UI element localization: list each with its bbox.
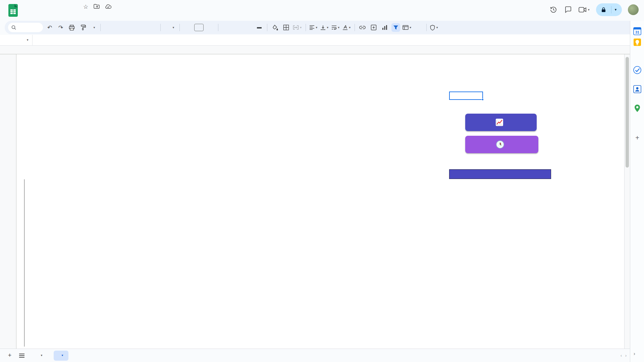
toolbar: ↶ ↷ ▼ ▼ ▼ ▼ ▼ ▼ ▼ ▼ xyxy=(5,21,639,34)
star-icon[interactable]: ☆ xyxy=(83,3,88,10)
tab-danh-sach-cong-viec[interactable]: ▼ xyxy=(54,351,68,361)
scrollbar-thumb[interactable] xyxy=(626,57,629,168)
font-size-input[interactable] xyxy=(194,24,204,31)
tab-setup-cong-viec[interactable]: ▼ xyxy=(33,351,48,361)
vertical-scrollbar[interactable] xyxy=(624,54,630,349)
get-add-ons-icon[interactable]: + xyxy=(633,133,642,142)
formula-input[interactable] xyxy=(32,35,630,45)
text-wrap-icon[interactable]: ▼ xyxy=(331,23,340,32)
keep-icon[interactable] xyxy=(633,38,642,47)
font-family-select[interactable]: ▼ xyxy=(164,26,176,29)
table-filter-row xyxy=(24,196,624,204)
tasks-icon[interactable] xyxy=(633,66,642,74)
comments-icon[interactable] xyxy=(564,5,573,14)
decrease-font-size-icon[interactable] xyxy=(183,23,192,32)
fill-handle[interactable] xyxy=(482,99,484,101)
view-schedule-button[interactable] xyxy=(465,136,538,153)
google-sheets-app: ☆ ▼ ▼ ↶ ↷ ▼ xyxy=(0,0,644,362)
table-header-row xyxy=(24,179,624,196)
share-button[interactable]: ▼ xyxy=(596,3,622,16)
undo-icon[interactable]: ↶ xyxy=(45,23,54,32)
scroll-tabs-left-icon[interactable]: ‹ xyxy=(621,353,622,358)
increase-decimal-icon[interactable] xyxy=(137,23,146,32)
strikethrough-icon[interactable] xyxy=(244,23,253,32)
menus-search-input[interactable] xyxy=(8,23,43,32)
sheet-canvas: ▲▼ xyxy=(0,54,624,349)
version-history-icon[interactable] xyxy=(549,5,558,14)
vertical-align-icon[interactable]: ▼ xyxy=(320,23,329,32)
merge-cells-icon[interactable]: ▼ xyxy=(293,23,302,32)
redo-icon[interactable]: ↷ xyxy=(56,23,65,32)
decrease-decimal-icon[interactable] xyxy=(126,23,135,32)
all-sheets-icon[interactable] xyxy=(17,351,27,361)
maps-icon[interactable] xyxy=(633,104,642,113)
italic-icon[interactable] xyxy=(233,23,241,32)
print-icon[interactable] xyxy=(67,23,76,32)
text-rotation-icon[interactable]: ▼ xyxy=(342,23,351,32)
zoom-select[interactable]: ▼ xyxy=(90,26,97,29)
bold-icon[interactable] xyxy=(222,23,230,32)
increase-font-size-icon[interactable] xyxy=(206,23,215,32)
create-filter-icon[interactable] xyxy=(391,23,400,32)
scroll-tabs-right-icon[interactable]: › xyxy=(625,353,627,358)
row-header-gutter xyxy=(0,54,16,349)
sheets-logo-icon[interactable] xyxy=(8,4,18,17)
borders-icon[interactable] xyxy=(282,23,290,32)
bottom-bar: + ▼ ▼ ‹› xyxy=(0,349,630,362)
move-folder-icon[interactable] xyxy=(94,4,100,10)
format-percent-icon[interactable] xyxy=(115,23,124,32)
column-headers xyxy=(0,46,630,54)
meet-camera-icon[interactable]: ▼ xyxy=(579,5,590,14)
insert-link-icon[interactable] xyxy=(358,23,367,32)
insert-comment-icon[interactable] xyxy=(369,23,378,32)
calendar-icon[interactable]: 31 xyxy=(633,27,642,36)
side-panel: 31 + › xyxy=(630,21,644,362)
svg-text:31: 31 xyxy=(635,30,639,34)
protect-sheet-icon[interactable]: ▼ xyxy=(430,23,439,32)
functions-icon[interactable] xyxy=(414,23,423,32)
selected-cell-L2[interactable] xyxy=(449,92,483,100)
fill-color-icon[interactable] xyxy=(271,23,279,32)
titlebar: ☆ ▼ ▼ xyxy=(0,0,644,21)
name-box[interactable]: ▼ xyxy=(0,39,32,42)
formula-bar: ▼ xyxy=(0,35,630,46)
insert-chart-icon[interactable] xyxy=(380,23,389,32)
avatar[interactable] xyxy=(628,4,639,15)
share-dropdown[interactable]: ▼ xyxy=(611,6,620,13)
text-color-icon[interactable] xyxy=(255,23,264,32)
show-side-panel-icon[interactable]: › xyxy=(634,351,635,356)
more-formats-icon[interactable] xyxy=(148,23,157,32)
view-report-button[interactable] xyxy=(465,114,537,131)
format-currency-icon[interactable] xyxy=(104,23,113,32)
horizontal-align-icon[interactable]: ▼ xyxy=(309,23,318,32)
deadline-banner xyxy=(449,169,551,179)
cloud-status-icon[interactable] xyxy=(105,4,112,10)
contacts-icon[interactable] xyxy=(633,85,642,94)
paint-format-icon[interactable] xyxy=(78,23,87,32)
filter-views-icon[interactable]: ▼ xyxy=(402,23,412,32)
add-sheet-icon[interactable]: + xyxy=(5,351,15,361)
